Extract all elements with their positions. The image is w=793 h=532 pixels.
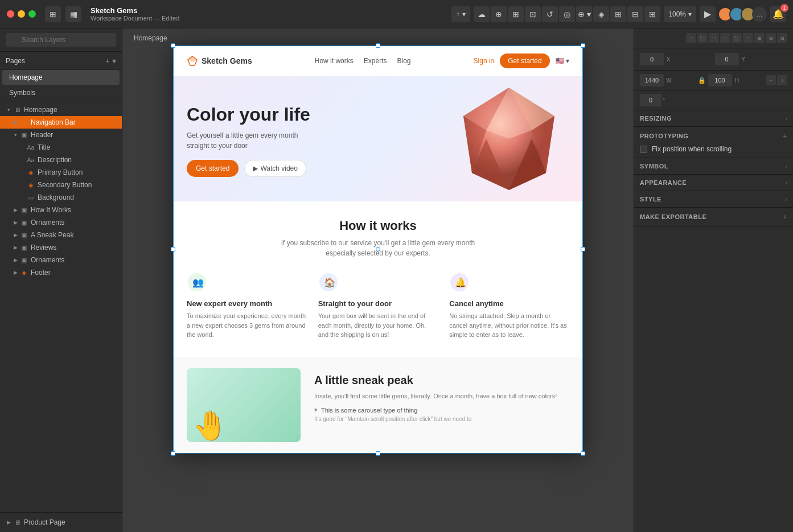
- resize-handle-bc[interactable]: [376, 451, 380, 456]
- distribute-v-icon[interactable]: ⊟: [766, 33, 776, 43]
- fix-scroll-checkbox[interactable]: [640, 146, 647, 153]
- center-handle[interactable]: [376, 247, 380, 251]
- tree-title[interactable]: ▶ Aa Title: [0, 141, 122, 154]
- tree-ornaments-2[interactable]: ▶ ▣ Ornaments: [0, 254, 122, 266]
- rotation-input[interactable]: [640, 94, 661, 106]
- flip-h-icon[interactable]: ↔: [766, 75, 776, 85]
- nav-get-started-btn[interactable]: Get started: [500, 53, 549, 68]
- tree-sneak-peak[interactable]: ▶ ▣ A Sneak Peak: [0, 229, 122, 241]
- tree-primary-button[interactable]: ▶ ◈ Primary Button: [0, 166, 122, 179]
- grid-icon[interactable]: ⊕: [491, 6, 507, 22]
- tree-item-label: Primary Button: [38, 168, 117, 176]
- align-icon[interactable]: ⊞: [508, 6, 524, 22]
- align-center-v-icon[interactable]: ⬛: [732, 33, 742, 43]
- flatten-icon[interactable]: ⊟: [627, 6, 643, 22]
- nav-link-blog[interactable]: Blog: [397, 57, 410, 65]
- tree-header[interactable]: ▾ ▣ Header: [0, 129, 122, 141]
- distribute-h-icon[interactable]: ⊞: [754, 33, 765, 43]
- tree-item-label: A Sneak Peak: [31, 231, 117, 239]
- more-avatars-btn[interactable]: …: [752, 7, 767, 22]
- resize-handle-tr[interactable]: [581, 43, 585, 48]
- exportable-section[interactable]: MAKE EXPORTABLE +: [634, 208, 793, 226]
- tree-product-page[interactable]: ▶ 🖥 Product Page: [0, 516, 122, 529]
- insert-btn[interactable]: + ▾: [451, 6, 470, 22]
- tree-description[interactable]: ▶ Aa Description: [0, 154, 122, 166]
- watch-video-label: Watch video: [260, 164, 298, 172]
- sneak-item-desc: It's good for "Maintain scroll position …: [314, 416, 569, 422]
- feature-title-1: New expert every month: [187, 299, 307, 308]
- nav-link-experts[interactable]: Experts: [364, 57, 387, 65]
- pages-menu-btn[interactable]: ▾: [112, 56, 116, 65]
- align-right-icon[interactable]: ⬚: [709, 33, 719, 43]
- play-btn[interactable]: ▶: [700, 6, 716, 22]
- tree-ornaments-1[interactable]: ▶ ▣ Ornaments: [0, 216, 122, 229]
- svg-text:🏠: 🏠: [324, 277, 335, 288]
- minimize-window-btn[interactable]: [18, 10, 25, 18]
- align-top-icon[interactable]: ⬚: [720, 33, 730, 43]
- prototyping-section: PROTOTYPING + Fix position when scrollin…: [634, 127, 793, 158]
- zoom-control[interactable]: 100% ▾: [664, 6, 696, 22]
- flip-v-icon[interactable]: ↕: [777, 75, 787, 85]
- layout-icon[interactable]: ▦: [65, 6, 81, 22]
- mask-icon[interactable]: ◎: [559, 6, 575, 22]
- page-item-homepage[interactable]: Homepage: [2, 70, 120, 85]
- align-center-h-icon[interactable]: ⬛: [697, 33, 708, 43]
- hero-get-started-btn[interactable]: Get started: [187, 160, 239, 177]
- exportable-add-btn[interactable]: +: [783, 212, 787, 221]
- prototyping-add-btn[interactable]: +: [783, 131, 787, 141]
- cloud-icon[interactable]: ☁: [474, 6, 490, 22]
- signin-link[interactable]: Sign in: [474, 57, 495, 65]
- resize-handle-ml[interactable]: [171, 247, 175, 251]
- resizing-section[interactable]: RESIZING ›: [634, 110, 793, 127]
- align-bottom-icon[interactable]: ⬚: [743, 33, 753, 43]
- group-icon[interactable]: ⊞: [610, 6, 626, 22]
- spacing-icon[interactable]: ⊡: [777, 33, 787, 43]
- sidebar-toggle-icon[interactable]: ⊞: [45, 6, 61, 22]
- resize-handle-mr[interactable]: [581, 247, 585, 251]
- resize-handle-tl[interactable]: [171, 43, 175, 48]
- rotate-icon[interactable]: ↺: [542, 6, 558, 22]
- tree-reviews[interactable]: ▶ ▣ Reviews: [0, 241, 122, 254]
- resize-handle-bl[interactable]: [171, 451, 175, 456]
- insert-label: ▾: [462, 10, 466, 18]
- add-page-btn[interactable]: +: [105, 56, 110, 65]
- style-section[interactable]: STYLE ›: [634, 191, 793, 208]
- search-layers-input[interactable]: [6, 33, 116, 47]
- symbol-icon[interactable]: ◈: [593, 6, 609, 22]
- feature-title-2: Straight to your door: [318, 299, 438, 308]
- tree-how-it-works[interactable]: ▶ ▣ How It Works: [0, 204, 122, 216]
- sneak-carousel-item[interactable]: ▾ This is some carousel type of thing: [314, 406, 569, 414]
- resize-icon[interactable]: ⊡: [525, 6, 541, 22]
- hero-watch-video-btn[interactable]: ▶ Watch video: [244, 160, 306, 177]
- notifications-btn[interactable]: 🔔 1: [770, 6, 786, 22]
- lock-proportions-icon[interactable]: 🔒: [698, 77, 706, 84]
- gem-svg: [446, 76, 572, 201]
- export-icon[interactable]: ⊞: [644, 6, 660, 22]
- nav-link-how[interactable]: How it works: [315, 57, 354, 65]
- symbol-section[interactable]: SYMBOL ›: [634, 158, 793, 175]
- close-window-btn[interactable]: [7, 10, 14, 18]
- union-icon[interactable]: ⊕ ▾: [576, 6, 592, 22]
- plus-icon: +: [456, 10, 460, 18]
- resize-handle-br[interactable]: [581, 451, 585, 456]
- feature-icon-2: 🏠: [318, 272, 339, 292]
- resize-handle-tc[interactable]: [376, 43, 380, 48]
- search-box: 🔍: [0, 28, 122, 52]
- tree-footer[interactable]: ▶ ◈ Footer: [0, 266, 122, 279]
- align-left-icon[interactable]: ⬚: [686, 33, 696, 43]
- language-selector[interactable]: 🇺🇸 ▾: [556, 57, 569, 65]
- tree-navigation-bar[interactable]: ▶ ◈ Navigation Bar: [0, 116, 122, 129]
- insert-group: + ▾: [451, 6, 470, 22]
- x-input[interactable]: [640, 53, 664, 65]
- bottom-page-section: ▶ 🖥 Product Page: [0, 512, 122, 532]
- tree-background[interactable]: ▶ ▭ Background: [0, 191, 122, 204]
- appearance-section[interactable]: APPEARANCE ›: [634, 175, 793, 191]
- tree-homepage-root[interactable]: ▾ 🖥 Homepage: [0, 104, 122, 116]
- height-input[interactable]: [708, 74, 732, 86]
- maximize-window-btn[interactable]: [28, 10, 36, 18]
- hero-gem-image: [446, 76, 572, 201]
- tree-secondary-button[interactable]: ▶ ◈ Secondary Button: [0, 179, 122, 191]
- width-input[interactable]: [640, 74, 664, 86]
- page-item-symbols[interactable]: Symbols: [2, 85, 120, 100]
- y-input[interactable]: [715, 53, 739, 65]
